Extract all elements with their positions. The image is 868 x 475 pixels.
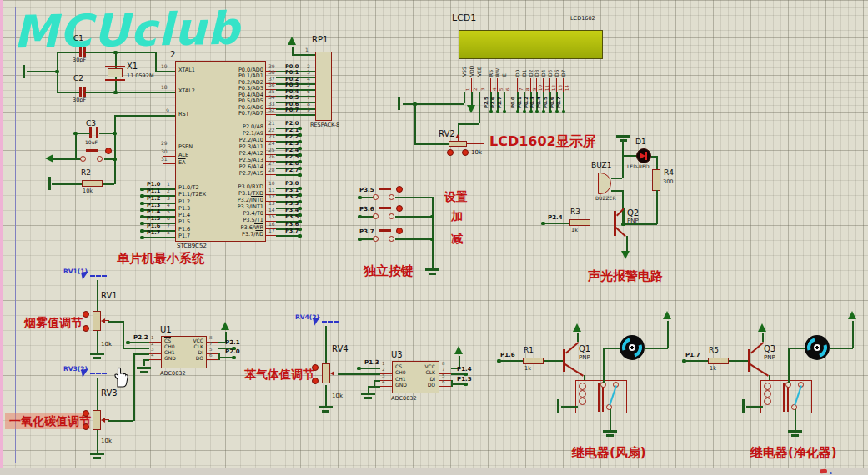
adc-pin-text: VCC (193, 338, 203, 343)
respack-pin-number: 7 (307, 95, 310, 101)
wire (656, 190, 658, 224)
button-terminal[interactable] (80, 156, 86, 162)
key-cap[interactable] (379, 207, 391, 209)
button-terminal[interactable] (785, 382, 791, 388)
adc-pin-text: DI (430, 376, 435, 382)
mcu-pin-number: 34 (268, 95, 275, 101)
wire (52, 183, 82, 185)
lcd-screen[interactable] (459, 30, 603, 59)
pin-name: DO (167, 356, 203, 362)
wire (325, 385, 327, 407)
resistor-value: 1k (710, 366, 716, 372)
resistor-value: 1k (524, 366, 531, 372)
junction-dot (542, 110, 546, 114)
adjust-dot[interactable] (447, 149, 454, 156)
resistor[interactable] (523, 358, 544, 364)
wire (458, 123, 479, 125)
resistor[interactable] (708, 358, 729, 364)
probe-arrow[interactable] (81, 271, 90, 280)
caption-lcd: LCD1602显示屏 (489, 134, 596, 149)
resistor-r2[interactable] (82, 180, 103, 187)
wire (368, 386, 380, 388)
adc-pin-number: 2 (151, 341, 154, 346)
wire (142, 237, 175, 238)
rv1-pot[interactable] (93, 311, 101, 331)
pin-stub (79, 87, 82, 97)
adjust-dot[interactable] (83, 325, 89, 332)
mcu-p2-pin-text: P2.5/A13 (239, 157, 263, 163)
adjust-dot[interactable] (396, 186, 403, 192)
net-label: P2.0 (225, 349, 240, 356)
rv2-pot[interactable] (449, 141, 467, 147)
adjust-dot[interactable] (396, 228, 403, 234)
wire (414, 103, 416, 144)
power-arrow (573, 323, 581, 332)
reset-button-cap[interactable] (86, 149, 98, 152)
crystal[interactable] (108, 68, 123, 78)
button-terminal[interactable] (389, 213, 394, 219)
mcu-pin-number: 16 (268, 222, 275, 228)
adc-pin-number: 8 (442, 361, 445, 366)
resistor-r3[interactable] (569, 219, 590, 226)
button-terminal[interactable] (373, 236, 379, 242)
button-terminal[interactable] (373, 213, 379, 219)
rv3-pot[interactable] (93, 410, 101, 430)
adjust-dot[interactable] (312, 378, 319, 384)
ground-symbol (425, 268, 439, 271)
adjust-dot[interactable] (105, 148, 112, 154)
mcu-p3-pin-overlined: RD (255, 231, 263, 238)
respack[interactable] (315, 52, 332, 121)
mcu-pin-number: 28 (268, 168, 275, 173)
resistor-r4[interactable] (652, 169, 660, 191)
button-terminal[interactable] (389, 236, 394, 242)
junction-dot (113, 158, 117, 162)
diag-line (750, 363, 769, 376)
button-terminal[interactable] (389, 194, 394, 200)
key-action-label: 加 (451, 210, 463, 222)
mcu-p2-pin-text: P2.1/A9 (243, 130, 263, 137)
key-cap[interactable] (379, 188, 391, 190)
button-terminal[interactable] (600, 382, 606, 388)
adjust-dot[interactable] (396, 205, 403, 212)
resistor-ref: R1 (524, 347, 534, 355)
lcd-net-label: P0.3 (529, 93, 534, 108)
wire (622, 139, 624, 178)
adjust-dot[interactable] (312, 364, 319, 371)
mcu-pin-number: 31 (161, 157, 168, 162)
wire (97, 430, 98, 452)
pin-name: CLK (400, 370, 435, 376)
adjust-dot[interactable] (83, 423, 89, 430)
buzzer[interactable] (598, 172, 611, 194)
ground-symbol (319, 406, 333, 408)
adjust-dot[interactable] (83, 311, 89, 318)
caption-smoke: 烟雾值调节 (24, 317, 83, 329)
motor[interactable] (620, 335, 645, 360)
probe-arrow[interactable] (81, 368, 90, 378)
button-terminal[interactable] (373, 194, 379, 200)
junction-dot (298, 173, 302, 178)
rv4-value: 10k (332, 393, 343, 400)
probe-wire (90, 372, 107, 374)
adjust-dot[interactable] (462, 149, 469, 156)
button-terminal[interactable] (97, 156, 103, 162)
relay-coil (764, 398, 771, 405)
net-label: P3.6 (359, 207, 374, 213)
rv4-pot[interactable] (322, 363, 330, 383)
adjust-dot[interactable] (83, 410, 89, 417)
ground-symbol-bar2 (429, 272, 436, 275)
key-cap[interactable] (379, 229, 391, 232)
ground-symbol (788, 430, 802, 432)
pin-stub (380, 386, 392, 387)
net-label: P1.3 (364, 360, 379, 367)
mcu-p3-pin-text: P3.5/T1 (243, 217, 263, 223)
ground-symbol-bar2 (93, 457, 101, 459)
wire (75, 132, 90, 134)
wire (97, 378, 98, 410)
adc-pin-number: 5 (442, 373, 445, 378)
motor[interactable] (805, 335, 830, 360)
wire (114, 115, 175, 117)
probe-arrow[interactable] (313, 317, 322, 326)
adc-pin-text: DO (196, 355, 203, 361)
mcu-pin-number: 21 (268, 121, 275, 127)
led-d1[interactable] (636, 148, 651, 163)
